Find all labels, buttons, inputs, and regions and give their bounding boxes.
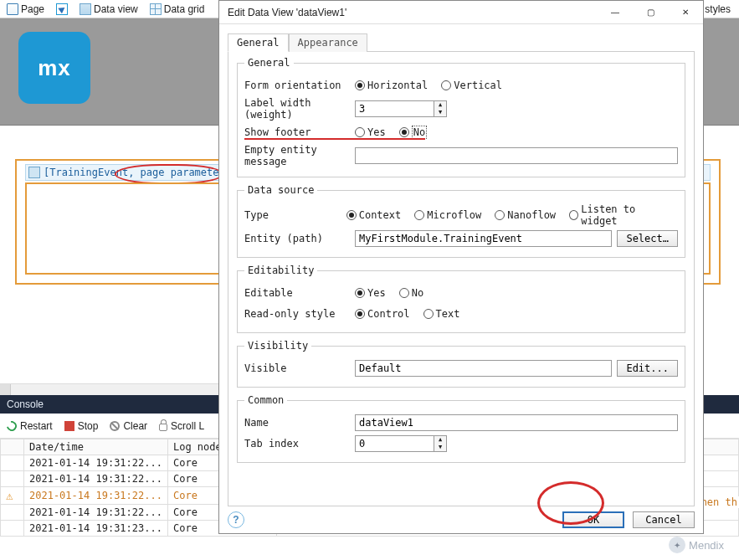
stepper-up-icon[interactable]: ▲ xyxy=(434,436,446,444)
show-footer-yes-radio[interactable]: Yes xyxy=(355,126,386,138)
label-width-label: Label width (weight) xyxy=(244,97,350,121)
stepper-up-icon[interactable]: ▲ xyxy=(434,101,446,109)
dialog-title: Edit Data View 'dataView1' xyxy=(228,7,346,18)
editable-yes-radio[interactable]: Yes xyxy=(355,287,386,299)
toolbar-page-button[interactable]: Page xyxy=(3,3,48,16)
empty-entity-label: Empty entity message xyxy=(244,144,350,167)
visible-label: Visible xyxy=(244,362,350,374)
show-footer-label: Show footer xyxy=(244,126,350,138)
type-nanoflow-radio[interactable]: Nanoflow xyxy=(495,209,556,221)
app-logo-text: mx xyxy=(38,55,71,81)
ok-button[interactable]: OK xyxy=(562,511,624,528)
window-maximize-button[interactable]: ▢ xyxy=(633,1,668,24)
form-orientation-horizontal-radio[interactable]: Horizontal xyxy=(355,80,428,91)
log-level-icon xyxy=(1,455,24,471)
radio-icon xyxy=(569,210,578,220)
cancel-button[interactable]: Cancel xyxy=(633,511,695,528)
console-stop-button[interactable]: Stop xyxy=(64,420,99,432)
section-general: General Form orientation Horizontal Vert… xyxy=(237,57,685,177)
log-datetime: 2021-01-14 19:31:22... xyxy=(24,487,168,505)
toolbar-data-view-label: Data view xyxy=(94,3,138,15)
log-header-datetime[interactable]: Date/time xyxy=(24,439,168,455)
section-data-source-legend: Data source xyxy=(244,184,317,196)
stop-icon xyxy=(64,421,74,431)
name-input[interactable] xyxy=(355,414,678,431)
window-minimize-button[interactable]: — xyxy=(598,1,633,24)
dialog-titlebar[interactable]: Edit Data View 'dataView1' — ▢ ✕ xyxy=(219,1,703,24)
edit-data-view-dialog: Edit Data View 'dataView1' — ▢ ✕ General… xyxy=(218,0,704,534)
type-context-radio[interactable]: Context xyxy=(346,209,402,221)
radio-icon xyxy=(399,127,409,137)
tab-index-stepper[interactable]: ▲▼ xyxy=(355,435,447,452)
restart-icon xyxy=(5,419,19,433)
toolbar-cursor-button[interactable] xyxy=(53,3,71,16)
app-logo: mx xyxy=(18,32,90,104)
radio-icon xyxy=(346,210,357,220)
stepper-down-icon[interactable]: ▼ xyxy=(434,109,446,116)
radio-icon xyxy=(399,288,409,298)
toolbar-page-label: Page xyxy=(21,3,44,15)
section-common: Common Name Tab index ▲▼ xyxy=(237,394,685,463)
toolbar-data-view-button[interactable]: Data view xyxy=(76,3,141,16)
data-view-icon xyxy=(28,167,40,178)
parameter-text: [TrainingEvent, page parameter] xyxy=(44,167,231,178)
toolbar-data-grid-label: Data grid xyxy=(164,3,205,15)
radio-icon xyxy=(441,80,451,90)
radio-icon xyxy=(355,80,365,90)
dialog-tabs: General Appearance xyxy=(219,24,703,51)
radio-icon xyxy=(423,309,434,319)
tab-index-input[interactable] xyxy=(355,435,434,452)
toolbar-data-grid-button[interactable]: Data grid xyxy=(146,3,208,16)
readonly-text-radio[interactable]: Text xyxy=(423,308,460,320)
toolbar-styles-tab[interactable]: styles xyxy=(705,3,736,15)
data-view-icon xyxy=(80,3,91,15)
form-orientation-label: Form orientation xyxy=(244,80,350,91)
dialog-footer: ? OK Cancel xyxy=(219,506,703,533)
name-label: Name xyxy=(244,417,350,429)
label-width-stepper[interactable]: ▲▼ xyxy=(355,100,447,117)
horizontal-scrollbar[interactable] xyxy=(0,383,218,395)
readonly-style-label: Read-only style xyxy=(244,308,350,320)
form-orientation-vertical-radio[interactable]: Vertical xyxy=(441,80,502,91)
tab-appearance[interactable]: Appearance xyxy=(289,33,367,52)
empty-entity-input[interactable] xyxy=(355,147,678,164)
console-scroll-lock-button[interactable]: Scroll L xyxy=(159,420,204,432)
section-editability-legend: Editability xyxy=(244,265,317,276)
tab-index-label: Tab index xyxy=(244,438,350,450)
section-editability: Editability Editable Yes No Read-only st… xyxy=(237,265,685,333)
log-datetime: 2021-01-14 19:31:22... xyxy=(24,471,168,487)
console-clear-button[interactable]: Clear xyxy=(110,420,147,432)
entity-path-input[interactable] xyxy=(355,230,612,247)
label-width-input[interactable] xyxy=(355,100,434,117)
show-footer-no-radio[interactable]: No xyxy=(399,126,427,139)
type-listen-radio[interactable]: Listen to widget xyxy=(569,203,670,227)
truncated-warn-text: hen th xyxy=(700,496,739,508)
log-header-icon[interactable] xyxy=(1,439,24,455)
type-microflow-radio[interactable]: Microflow xyxy=(414,209,481,221)
entity-select-button[interactable]: Select… xyxy=(617,230,678,247)
readonly-control-radio[interactable]: Control xyxy=(355,308,410,320)
help-button[interactable]: ? xyxy=(228,511,244,528)
log-datetime: 2021-01-14 19:31:23... xyxy=(24,521,168,537)
section-common-legend: Common xyxy=(244,394,287,406)
stepper-down-icon[interactable]: ▼ xyxy=(434,444,446,451)
visible-value-input[interactable] xyxy=(355,360,612,377)
log-level-icon xyxy=(1,471,24,487)
window-close-button[interactable]: ✕ xyxy=(668,1,703,24)
section-general-legend: General xyxy=(244,57,294,69)
radio-icon xyxy=(355,127,365,137)
page-icon xyxy=(7,3,18,15)
type-label: Type xyxy=(244,209,341,221)
editable-no-radio[interactable]: No xyxy=(399,287,423,299)
log-datetime: 2021-01-14 19:31:22... xyxy=(24,455,168,471)
radio-icon xyxy=(495,210,505,220)
section-data-source: Data source Type Context Microflow Nanof… xyxy=(237,184,685,258)
console-restart-button[interactable]: Restart xyxy=(7,420,53,432)
clear-icon xyxy=(110,421,120,431)
radio-icon xyxy=(414,210,424,220)
entity-path-label: Entity (path) xyxy=(244,233,350,244)
tab-general[interactable]: General xyxy=(228,33,289,52)
visible-edit-button[interactable]: Edit... xyxy=(617,360,678,377)
warning-icon: ⚠ xyxy=(6,489,13,502)
data-grid-icon xyxy=(150,3,162,15)
